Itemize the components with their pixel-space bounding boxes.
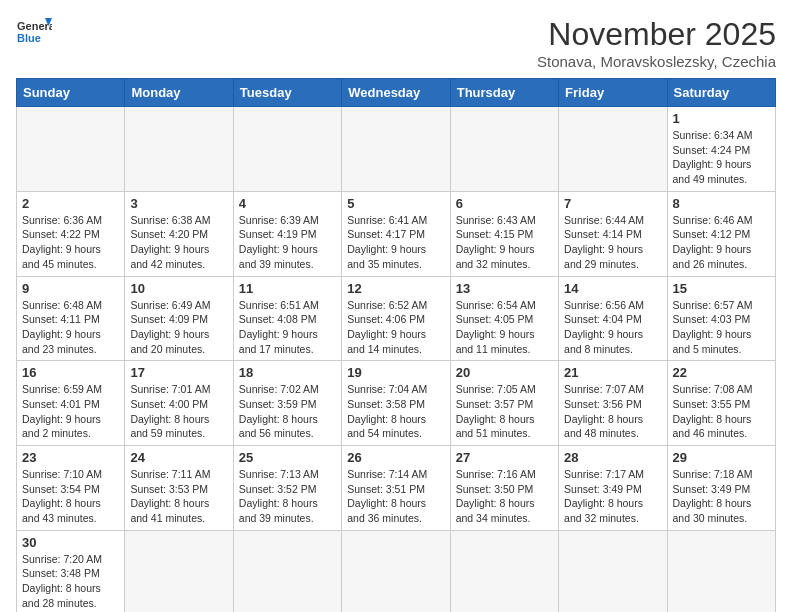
- day-info: Sunrise: 7:05 AM Sunset: 3:57 PM Dayligh…: [456, 382, 553, 441]
- page-header: General Blue November 2025 Stonava, Mora…: [16, 16, 776, 70]
- calendar-cell: 15Sunrise: 6:57 AM Sunset: 4:03 PM Dayli…: [667, 276, 775, 361]
- day-number: 30: [22, 535, 119, 550]
- day-number: 23: [22, 450, 119, 465]
- day-info: Sunrise: 6:39 AM Sunset: 4:19 PM Dayligh…: [239, 213, 336, 272]
- day-number: 9: [22, 281, 119, 296]
- day-number: 7: [564, 196, 661, 211]
- calendar-cell: 18Sunrise: 7:02 AM Sunset: 3:59 PM Dayli…: [233, 361, 341, 446]
- calendar-cell: [233, 530, 341, 612]
- day-info: Sunrise: 6:56 AM Sunset: 4:04 PM Dayligh…: [564, 298, 661, 357]
- day-info: Sunrise: 7:07 AM Sunset: 3:56 PM Dayligh…: [564, 382, 661, 441]
- day-number: 26: [347, 450, 444, 465]
- day-number: 20: [456, 365, 553, 380]
- day-info: Sunrise: 6:34 AM Sunset: 4:24 PM Dayligh…: [673, 128, 770, 187]
- calendar-week-row: 16Sunrise: 6:59 AM Sunset: 4:01 PM Dayli…: [17, 361, 776, 446]
- day-info: Sunrise: 7:11 AM Sunset: 3:53 PM Dayligh…: [130, 467, 227, 526]
- calendar-cell: 21Sunrise: 7:07 AM Sunset: 3:56 PM Dayli…: [559, 361, 667, 446]
- weekday-header-friday: Friday: [559, 79, 667, 107]
- day-info: Sunrise: 6:36 AM Sunset: 4:22 PM Dayligh…: [22, 213, 119, 272]
- calendar-cell: [559, 530, 667, 612]
- weekday-header-monday: Monday: [125, 79, 233, 107]
- calendar-cell: 16Sunrise: 6:59 AM Sunset: 4:01 PM Dayli…: [17, 361, 125, 446]
- calendar-cell: 10Sunrise: 6:49 AM Sunset: 4:09 PM Dayli…: [125, 276, 233, 361]
- day-info: Sunrise: 7:20 AM Sunset: 3:48 PM Dayligh…: [22, 552, 119, 611]
- calendar-cell: 17Sunrise: 7:01 AM Sunset: 4:00 PM Dayli…: [125, 361, 233, 446]
- day-number: 21: [564, 365, 661, 380]
- calendar-cell: [342, 530, 450, 612]
- calendar-cell: 1Sunrise: 6:34 AM Sunset: 4:24 PM Daylig…: [667, 107, 775, 192]
- weekday-header-thursday: Thursday: [450, 79, 558, 107]
- calendar-week-row: 30Sunrise: 7:20 AM Sunset: 3:48 PM Dayli…: [17, 530, 776, 612]
- calendar-cell: 2Sunrise: 6:36 AM Sunset: 4:22 PM Daylig…: [17, 191, 125, 276]
- logo-svg: General Blue: [16, 16, 52, 52]
- day-number: 18: [239, 365, 336, 380]
- day-number: 24: [130, 450, 227, 465]
- calendar-cell: 9Sunrise: 6:48 AM Sunset: 4:11 PM Daylig…: [17, 276, 125, 361]
- calendar-cell: 7Sunrise: 6:44 AM Sunset: 4:14 PM Daylig…: [559, 191, 667, 276]
- day-info: Sunrise: 6:59 AM Sunset: 4:01 PM Dayligh…: [22, 382, 119, 441]
- calendar-cell: 12Sunrise: 6:52 AM Sunset: 4:06 PM Dayli…: [342, 276, 450, 361]
- day-info: Sunrise: 7:02 AM Sunset: 3:59 PM Dayligh…: [239, 382, 336, 441]
- day-info: Sunrise: 6:38 AM Sunset: 4:20 PM Dayligh…: [130, 213, 227, 272]
- day-info: Sunrise: 6:49 AM Sunset: 4:09 PM Dayligh…: [130, 298, 227, 357]
- calendar-cell: 27Sunrise: 7:16 AM Sunset: 3:50 PM Dayli…: [450, 446, 558, 531]
- day-number: 29: [673, 450, 770, 465]
- day-info: Sunrise: 6:46 AM Sunset: 4:12 PM Dayligh…: [673, 213, 770, 272]
- day-number: 11: [239, 281, 336, 296]
- day-info: Sunrise: 7:08 AM Sunset: 3:55 PM Dayligh…: [673, 382, 770, 441]
- day-number: 4: [239, 196, 336, 211]
- calendar-cell: [450, 107, 558, 192]
- day-number: 19: [347, 365, 444, 380]
- day-info: Sunrise: 7:17 AM Sunset: 3:49 PM Dayligh…: [564, 467, 661, 526]
- calendar-cell: 28Sunrise: 7:17 AM Sunset: 3:49 PM Dayli…: [559, 446, 667, 531]
- calendar-cell: [125, 530, 233, 612]
- calendar-cell: 26Sunrise: 7:14 AM Sunset: 3:51 PM Dayli…: [342, 446, 450, 531]
- day-number: 6: [456, 196, 553, 211]
- calendar-cell: 23Sunrise: 7:10 AM Sunset: 3:54 PM Dayli…: [17, 446, 125, 531]
- calendar-cell: [125, 107, 233, 192]
- calendar-table: SundayMondayTuesdayWednesdayThursdayFrid…: [16, 78, 776, 612]
- calendar-cell: 25Sunrise: 7:13 AM Sunset: 3:52 PM Dayli…: [233, 446, 341, 531]
- day-number: 15: [673, 281, 770, 296]
- calendar-cell: 5Sunrise: 6:41 AM Sunset: 4:17 PM Daylig…: [342, 191, 450, 276]
- calendar-cell: 19Sunrise: 7:04 AM Sunset: 3:58 PM Dayli…: [342, 361, 450, 446]
- calendar-cell: [559, 107, 667, 192]
- day-number: 22: [673, 365, 770, 380]
- day-info: Sunrise: 7:13 AM Sunset: 3:52 PM Dayligh…: [239, 467, 336, 526]
- day-number: 2: [22, 196, 119, 211]
- calendar-cell: [342, 107, 450, 192]
- title-block: November 2025 Stonava, Moravskoslezsky, …: [537, 16, 776, 70]
- calendar-cell: 3Sunrise: 6:38 AM Sunset: 4:20 PM Daylig…: [125, 191, 233, 276]
- calendar-cell: 4Sunrise: 6:39 AM Sunset: 4:19 PM Daylig…: [233, 191, 341, 276]
- day-number: 14: [564, 281, 661, 296]
- day-info: Sunrise: 6:44 AM Sunset: 4:14 PM Dayligh…: [564, 213, 661, 272]
- day-number: 3: [130, 196, 227, 211]
- day-number: 13: [456, 281, 553, 296]
- calendar-cell: [450, 530, 558, 612]
- calendar-cell: [233, 107, 341, 192]
- day-number: 27: [456, 450, 553, 465]
- day-number: 28: [564, 450, 661, 465]
- day-number: 12: [347, 281, 444, 296]
- day-info: Sunrise: 7:18 AM Sunset: 3:49 PM Dayligh…: [673, 467, 770, 526]
- day-number: 17: [130, 365, 227, 380]
- day-info: Sunrise: 7:10 AM Sunset: 3:54 PM Dayligh…: [22, 467, 119, 526]
- calendar-cell: 11Sunrise: 6:51 AM Sunset: 4:08 PM Dayli…: [233, 276, 341, 361]
- weekday-header-saturday: Saturday: [667, 79, 775, 107]
- day-info: Sunrise: 6:57 AM Sunset: 4:03 PM Dayligh…: [673, 298, 770, 357]
- calendar-cell: 13Sunrise: 6:54 AM Sunset: 4:05 PM Dayli…: [450, 276, 558, 361]
- location-subtitle: Stonava, Moravskoslezsky, Czechia: [537, 53, 776, 70]
- day-info: Sunrise: 6:43 AM Sunset: 4:15 PM Dayligh…: [456, 213, 553, 272]
- day-info: Sunrise: 6:54 AM Sunset: 4:05 PM Dayligh…: [456, 298, 553, 357]
- calendar-cell: 22Sunrise: 7:08 AM Sunset: 3:55 PM Dayli…: [667, 361, 775, 446]
- weekday-header-tuesday: Tuesday: [233, 79, 341, 107]
- calendar-week-row: 9Sunrise: 6:48 AM Sunset: 4:11 PM Daylig…: [17, 276, 776, 361]
- day-number: 10: [130, 281, 227, 296]
- svg-text:Blue: Blue: [17, 32, 41, 44]
- calendar-cell: 30Sunrise: 7:20 AM Sunset: 3:48 PM Dayli…: [17, 530, 125, 612]
- weekday-header-sunday: Sunday: [17, 79, 125, 107]
- day-info: Sunrise: 6:52 AM Sunset: 4:06 PM Dayligh…: [347, 298, 444, 357]
- calendar-week-row: 1Sunrise: 6:34 AM Sunset: 4:24 PM Daylig…: [17, 107, 776, 192]
- calendar-cell: [667, 530, 775, 612]
- logo: General Blue: [16, 16, 52, 52]
